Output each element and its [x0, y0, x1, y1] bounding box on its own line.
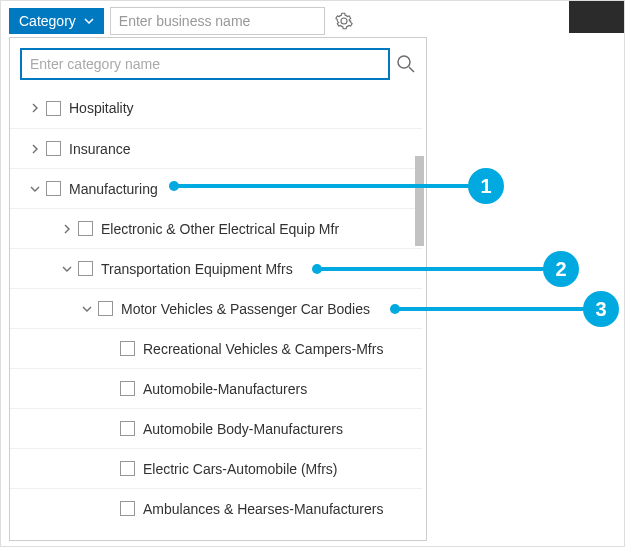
checkbox[interactable] [46, 181, 61, 196]
chevron-down-icon[interactable] [60, 265, 74, 273]
category-search-input[interactable] [20, 48, 390, 80]
chevron-down-icon[interactable] [28, 185, 42, 193]
tree-label: Ambulances & Hearses-Manufacturers [143, 501, 383, 517]
checkbox[interactable] [120, 381, 135, 396]
category-tree[interactable]: Hospitality Insurance Manufacturing Elec… [10, 88, 426, 540]
tree-label: Motor Vehicles & Passenger Car Bodies [121, 301, 370, 317]
chevron-right-icon[interactable] [28, 103, 42, 113]
tree-label: Automobile Body-Manufacturers [143, 421, 343, 437]
checkbox[interactable] [46, 101, 61, 116]
svg-point-0 [398, 56, 410, 68]
chevron-down-icon [84, 16, 94, 26]
tree-node-motor[interactable]: Motor Vehicles & Passenger Car Bodies [10, 288, 422, 328]
checkbox[interactable] [78, 261, 93, 276]
callout-line-1 [174, 184, 471, 188]
category-search-row [10, 38, 426, 86]
category-dropdown-label: Category [19, 13, 76, 29]
business-name-input[interactable] [110, 7, 325, 35]
tree-label: Hospitality [69, 100, 134, 116]
callout-badge-1: 1 [468, 168, 504, 204]
tree-label: Automobile-Manufacturers [143, 381, 307, 397]
callout-line-3 [395, 307, 585, 311]
dark-corner-block [569, 1, 624, 33]
gear-icon[interactable] [331, 8, 357, 34]
tree-label: Transportation Equipment Mfrs [101, 261, 293, 277]
tree-label: Insurance [69, 141, 130, 157]
checkbox[interactable] [78, 221, 93, 236]
tree-node-electronic[interactable]: Electronic & Other Electrical Equip Mfr [10, 208, 422, 248]
tree-label: Manufacturing [69, 181, 158, 197]
checkbox[interactable] [98, 301, 113, 316]
checkbox[interactable] [120, 461, 135, 476]
checkbox[interactable] [46, 141, 61, 156]
scrollbar-thumb[interactable] [415, 156, 424, 246]
checkbox[interactable] [120, 501, 135, 516]
callout-badge-2: 2 [543, 251, 579, 287]
tree-label: Electric Cars-Automobile (Mfrs) [143, 461, 337, 477]
tree-label: Recreational Vehicles & Campers-Mfrs [143, 341, 383, 357]
tree-node-auto-mfr[interactable]: Automobile-Manufacturers [10, 368, 422, 408]
category-dropdown-button[interactable]: Category [9, 8, 104, 34]
tree-node-insurance[interactable]: Insurance [10, 128, 422, 168]
category-panel: Hospitality Insurance Manufacturing Elec… [9, 37, 427, 541]
tree-node-rec[interactable]: Recreational Vehicles & Campers-Mfrs [10, 328, 422, 368]
callout-number: 1 [480, 175, 491, 198]
checkbox[interactable] [120, 341, 135, 356]
search-icon[interactable] [396, 54, 416, 74]
callout-number: 2 [555, 258, 566, 281]
tree-node-auto-body[interactable]: Automobile Body-Manufacturers [10, 408, 422, 448]
checkbox[interactable] [120, 421, 135, 436]
callout-badge-3: 3 [583, 291, 619, 327]
chevron-down-icon[interactable] [80, 305, 94, 313]
callout-number: 3 [595, 298, 606, 321]
svg-line-1 [409, 67, 414, 72]
topbar: Category [1, 1, 624, 41]
tree-node-electric-cars[interactable]: Electric Cars-Automobile (Mfrs) [10, 448, 422, 488]
tree-node-ambulances[interactable]: Ambulances & Hearses-Manufacturers [10, 488, 422, 528]
chevron-right-icon[interactable] [60, 224, 74, 234]
chevron-right-icon[interactable] [28, 144, 42, 154]
tree-node-hospitality[interactable]: Hospitality [10, 88, 422, 128]
callout-line-2 [317, 267, 545, 271]
tree-node-manufacturing[interactable]: Manufacturing [10, 168, 422, 208]
tree-label: Electronic & Other Electrical Equip Mfr [101, 221, 339, 237]
